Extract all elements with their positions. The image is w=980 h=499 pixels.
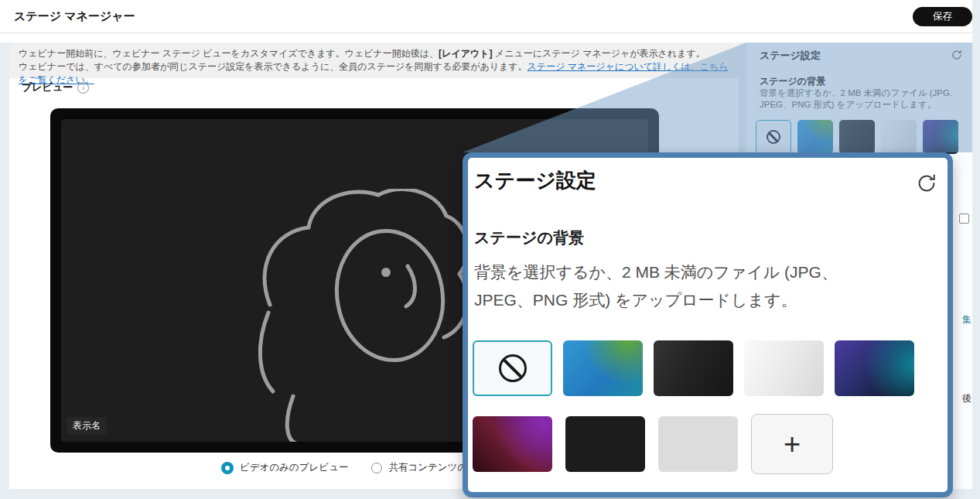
refresh-icon[interactable] [915,172,938,195]
background-option-dark-wave[interactable] [839,120,875,154]
callout-thumbnail-row-1 [473,340,914,396]
stage-background-description: 背景を選択するか、2 MB 未満のファイル (JPG、JPEG、PNG 形式) … [760,87,959,111]
prohibition-icon [499,354,527,382]
background-thumbnail-row [756,120,958,154]
radio-selected-icon [221,462,234,474]
banner-line-1: ウェビナー開始前に、ウェビナー ステージ ビューをカスタマイズできます。ウェビナ… [19,47,729,60]
info-icon[interactable] [77,82,89,94]
sidebar-checkbox[interactable] [959,214,969,224]
prohibition-icon [767,130,780,144]
background-option-light-swirl[interactable] [744,340,824,396]
edit-link-fragment[interactable]: 集 [962,313,971,326]
avatar-placeholder-drawing [247,189,479,442]
upload-background-button[interactable]: + [751,414,833,474]
header-divider [0,32,972,33]
info-banner: ウェビナー開始前に、ウェビナー ステージ ビューをカスタマイズできます。ウェビナ… [9,43,739,78]
callout-title: ステージ設定 [474,167,596,194]
background-option-blue-green[interactable] [563,340,643,396]
callout-background-description: 背景を選択するか、2 MB 未満のファイル (JPG、 JPEG、PNG 形式)… [474,258,838,314]
save-button[interactable]: 保存 [913,7,972,26]
background-option-purple-teal[interactable] [835,340,914,396]
preview-section-header: プレビュー [22,80,89,94]
background-option-black[interactable] [565,416,645,472]
radio-video-only[interactable]: ビデオのみのプレビュー [221,461,348,474]
page-title: ステージ マネージャー [14,9,135,24]
callout-thumbnail-row-2: + [473,416,833,474]
radio-video-only-label: ビデオのみのプレビュー [240,461,348,474]
stage-manager-page: ステージ マネージャー 保存 ウェビナー開始前に、ウェビナー ステージ ビューを… [0,0,980,499]
callout-background-title: ステージの背景 [474,227,584,248]
background-option-light-swirl[interactable] [881,120,917,154]
background-option-none[interactable] [756,120,791,154]
display-name-badge: 表示名 [67,417,107,435]
background-option-red-purple[interactable] [473,416,552,472]
background-option-blue-green[interactable] [797,120,833,154]
layout-menu-bold: [レイアウト] [439,48,492,59]
sidebar-text-fragment: 後 [962,392,971,405]
background-option-dark-wave[interactable] [654,340,733,396]
stage-settings-zoom-callout: ステージ設定 ステージの背景 背景を選択するか、2 MB 未満のファイル (JP… [463,152,953,497]
page-header [0,0,972,43]
stage-background-title: ステージの背景 [760,75,825,88]
preview-section-label: プレビュー [22,80,73,94]
radio-unselected-icon [371,463,382,473]
background-option-purple-teal[interactable] [923,120,958,154]
background-option-none[interactable] [473,340,552,396]
banner-line-2: ウェビナーでは、すべての参加者が同じステージ設定を表示できるように、全員のステー… [19,60,729,87]
background-option-light-gray[interactable] [658,416,738,472]
refresh-icon[interactable] [951,49,963,61]
stage-settings-title: ステージ設定 [760,49,821,63]
